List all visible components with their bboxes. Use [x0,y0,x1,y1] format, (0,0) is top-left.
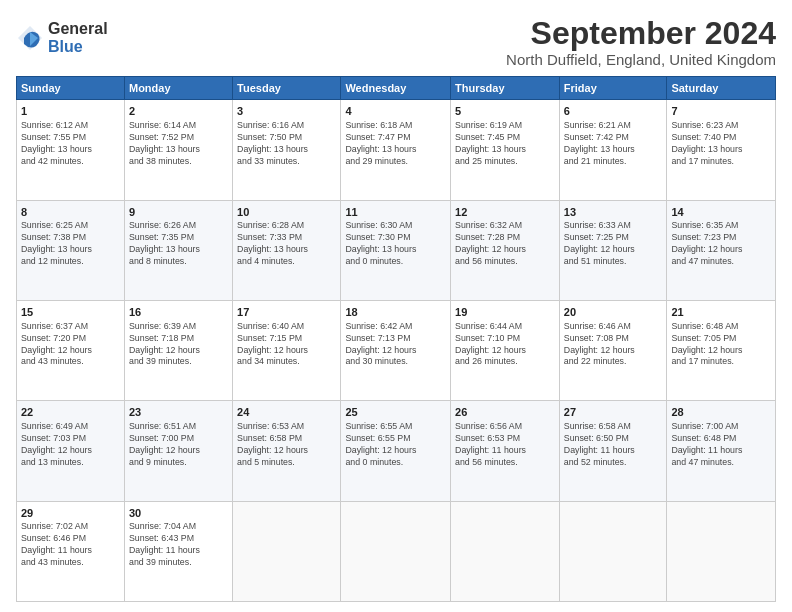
col-wednesday: Wednesday [341,77,451,100]
day-info: Sunrise: 6:55 AM Sunset: 6:55 PM Dayligh… [345,421,446,469]
day-number: 19 [455,305,555,320]
page: General Blue September 2024 North Duffie… [0,0,792,612]
day-info: Sunrise: 6:14 AM Sunset: 7:52 PM Dayligh… [129,120,228,168]
day-number: 11 [345,205,446,220]
calendar-cell: 7Sunrise: 6:23 AM Sunset: 7:40 PM Daylig… [667,100,776,200]
day-number: 13 [564,205,663,220]
calendar-cell [341,501,451,601]
day-number: 16 [129,305,228,320]
day-number: 26 [455,405,555,420]
calendar-cell: 4Sunrise: 6:18 AM Sunset: 7:47 PM Daylig… [341,100,451,200]
location: North Duffield, England, United Kingdom [506,51,776,68]
logo-text: General Blue [48,20,108,55]
day-number: 7 [671,104,771,119]
day-number: 27 [564,405,663,420]
day-number: 3 [237,104,336,119]
col-tuesday: Tuesday [233,77,341,100]
day-info: Sunrise: 6:48 AM Sunset: 7:05 PM Dayligh… [671,321,771,369]
calendar-cell: 1Sunrise: 6:12 AM Sunset: 7:55 PM Daylig… [17,100,125,200]
day-info: Sunrise: 6:46 AM Sunset: 7:08 PM Dayligh… [564,321,663,369]
calendar-cell: 29Sunrise: 7:02 AM Sunset: 6:46 PM Dayli… [17,501,125,601]
calendar-cell [233,501,341,601]
calendar-cell: 2Sunrise: 6:14 AM Sunset: 7:52 PM Daylig… [124,100,232,200]
calendar-cell: 22Sunrise: 6:49 AM Sunset: 7:03 PM Dayli… [17,401,125,501]
calendar-cell [451,501,560,601]
calendar-cell: 12Sunrise: 6:32 AM Sunset: 7:28 PM Dayli… [451,200,560,300]
day-number: 9 [129,205,228,220]
calendar-cell: 28Sunrise: 7:00 AM Sunset: 6:48 PM Dayli… [667,401,776,501]
day-info: Sunrise: 6:44 AM Sunset: 7:10 PM Dayligh… [455,321,555,369]
day-number: 2 [129,104,228,119]
week-row-5: 29Sunrise: 7:02 AM Sunset: 6:46 PM Dayli… [17,501,776,601]
header: General Blue September 2024 North Duffie… [16,16,776,68]
calendar-cell: 9Sunrise: 6:26 AM Sunset: 7:35 PM Daylig… [124,200,232,300]
logo-icon [16,24,44,52]
day-number: 24 [237,405,336,420]
day-info: Sunrise: 7:04 AM Sunset: 6:43 PM Dayligh… [129,521,228,569]
col-friday: Friday [559,77,667,100]
day-info: Sunrise: 6:23 AM Sunset: 7:40 PM Dayligh… [671,120,771,168]
day-info: Sunrise: 6:25 AM Sunset: 7:38 PM Dayligh… [21,220,120,268]
logo-general: General [48,20,108,38]
day-number: 14 [671,205,771,220]
calendar-cell: 19Sunrise: 6:44 AM Sunset: 7:10 PM Dayli… [451,300,560,400]
logo-blue: Blue [48,38,108,56]
calendar-cell: 20Sunrise: 6:46 AM Sunset: 7:08 PM Dayli… [559,300,667,400]
calendar-cell: 30Sunrise: 7:04 AM Sunset: 6:43 PM Dayli… [124,501,232,601]
calendar-cell: 18Sunrise: 6:42 AM Sunset: 7:13 PM Dayli… [341,300,451,400]
day-info: Sunrise: 6:12 AM Sunset: 7:55 PM Dayligh… [21,120,120,168]
calendar-cell: 10Sunrise: 6:28 AM Sunset: 7:33 PM Dayli… [233,200,341,300]
day-info: Sunrise: 6:18 AM Sunset: 7:47 PM Dayligh… [345,120,446,168]
calendar-cell: 3Sunrise: 6:16 AM Sunset: 7:50 PM Daylig… [233,100,341,200]
day-number: 25 [345,405,446,420]
week-row-4: 22Sunrise: 6:49 AM Sunset: 7:03 PM Dayli… [17,401,776,501]
day-info: Sunrise: 6:26 AM Sunset: 7:35 PM Dayligh… [129,220,228,268]
day-info: Sunrise: 6:39 AM Sunset: 7:18 PM Dayligh… [129,321,228,369]
calendar-cell: 21Sunrise: 6:48 AM Sunset: 7:05 PM Dayli… [667,300,776,400]
month-title: September 2024 [506,16,776,51]
col-thursday: Thursday [451,77,560,100]
week-row-3: 15Sunrise: 6:37 AM Sunset: 7:20 PM Dayli… [17,300,776,400]
calendar-cell [559,501,667,601]
day-info: Sunrise: 7:00 AM Sunset: 6:48 PM Dayligh… [671,421,771,469]
calendar-header: Sunday Monday Tuesday Wednesday Thursday… [17,77,776,100]
day-number: 8 [21,205,120,220]
calendar-cell: 27Sunrise: 6:58 AM Sunset: 6:50 PM Dayli… [559,401,667,501]
title-block: September 2024 North Duffield, England, … [506,16,776,68]
day-number: 23 [129,405,228,420]
calendar-cell: 16Sunrise: 6:39 AM Sunset: 7:18 PM Dayli… [124,300,232,400]
calendar-cell: 15Sunrise: 6:37 AM Sunset: 7:20 PM Dayli… [17,300,125,400]
day-number: 20 [564,305,663,320]
day-number: 18 [345,305,446,320]
day-info: Sunrise: 6:49 AM Sunset: 7:03 PM Dayligh… [21,421,120,469]
day-number: 6 [564,104,663,119]
day-number: 12 [455,205,555,220]
day-info: Sunrise: 6:16 AM Sunset: 7:50 PM Dayligh… [237,120,336,168]
day-number: 5 [455,104,555,119]
col-sunday: Sunday [17,77,125,100]
day-info: Sunrise: 6:37 AM Sunset: 7:20 PM Dayligh… [21,321,120,369]
day-info: Sunrise: 7:02 AM Sunset: 6:46 PM Dayligh… [21,521,120,569]
day-number: 4 [345,104,446,119]
day-info: Sunrise: 6:21 AM Sunset: 7:42 PM Dayligh… [564,120,663,168]
col-saturday: Saturday [667,77,776,100]
day-number: 10 [237,205,336,220]
calendar-body: 1Sunrise: 6:12 AM Sunset: 7:55 PM Daylig… [17,100,776,602]
day-info: Sunrise: 6:30 AM Sunset: 7:30 PM Dayligh… [345,220,446,268]
day-info: Sunrise: 6:33 AM Sunset: 7:25 PM Dayligh… [564,220,663,268]
day-number: 28 [671,405,771,420]
day-info: Sunrise: 6:56 AM Sunset: 6:53 PM Dayligh… [455,421,555,469]
calendar-cell: 6Sunrise: 6:21 AM Sunset: 7:42 PM Daylig… [559,100,667,200]
calendar-cell: 25Sunrise: 6:55 AM Sunset: 6:55 PM Dayli… [341,401,451,501]
logo: General Blue [16,20,108,55]
calendar-cell: 14Sunrise: 6:35 AM Sunset: 7:23 PM Dayli… [667,200,776,300]
day-info: Sunrise: 6:53 AM Sunset: 6:58 PM Dayligh… [237,421,336,469]
day-number: 15 [21,305,120,320]
header-row: Sunday Monday Tuesday Wednesday Thursday… [17,77,776,100]
calendar-cell: 11Sunrise: 6:30 AM Sunset: 7:30 PM Dayli… [341,200,451,300]
day-number: 30 [129,506,228,521]
calendar-table: Sunday Monday Tuesday Wednesday Thursday… [16,76,776,602]
day-info: Sunrise: 6:32 AM Sunset: 7:28 PM Dayligh… [455,220,555,268]
week-row-2: 8Sunrise: 6:25 AM Sunset: 7:38 PM Daylig… [17,200,776,300]
day-info: Sunrise: 6:51 AM Sunset: 7:00 PM Dayligh… [129,421,228,469]
